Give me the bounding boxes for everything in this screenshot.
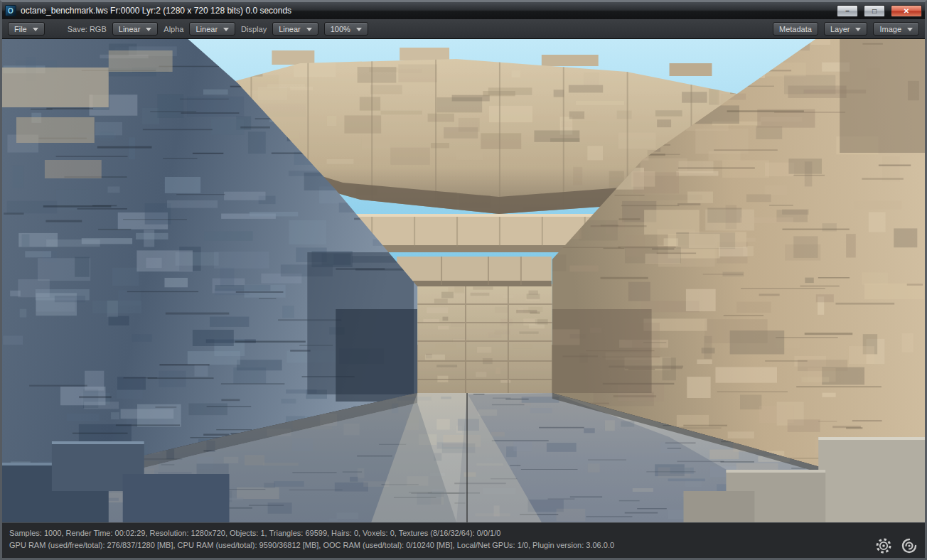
zoom-dropdown[interactable]: 100%: [324, 22, 368, 36]
zoom-value: 100%: [331, 25, 350, 33]
chevron-down-icon: [356, 28, 362, 34]
metadata-button[interactable]: Metadata: [773, 22, 818, 36]
octane-gear-icon: [875, 537, 892, 554]
chevron-down-icon: [146, 28, 151, 34]
image-dropdown[interactable]: Image: [873, 22, 919, 36]
close-button[interactable]: ✕: [891, 5, 922, 17]
layer-dropdown[interactable]: Layer: [824, 22, 868, 36]
alpha-colorspace-dropdown[interactable]: Linear: [189, 22, 235, 36]
statusbar: Samples: 1000, Render Time: 00:02:29, Re…: [2, 522, 925, 558]
status-line-2: GPU RAM (used/free/total): 276/837/1280 …: [9, 539, 918, 551]
window-title: octane_benchmark.lws Fr:0000 Lyr:2 (1280…: [21, 6, 291, 16]
status-logos: [875, 537, 918, 554]
chevron-down-icon: [855, 28, 861, 34]
render-window: O octane_benchmark.lws Fr:0000 Lyr:2 (12…: [0, 0, 927, 560]
chevron-down-icon: [33, 28, 38, 34]
chevron-down-icon: [223, 28, 229, 34]
save-colorspace-value: Linear: [119, 25, 141, 33]
image-dropdown-label: Image: [879, 25, 901, 33]
app-icon: O: [5, 5, 16, 16]
file-dropdown[interactable]: File: [8, 22, 45, 36]
layer-dropdown-label: Layer: [830, 25, 850, 33]
status-line-1: Samples: 1000, Render Time: 00:02:29, Re…: [9, 527, 918, 539]
render-image[interactable]: [2, 39, 925, 522]
alpha-label: Alpha: [164, 25, 183, 33]
chevron-down-icon: [907, 28, 913, 34]
maximize-button[interactable]: □: [864, 5, 885, 17]
save-colorspace-dropdown[interactable]: Linear: [112, 22, 159, 36]
display-label: Display: [241, 25, 267, 33]
octane-swirl-icon: [901, 537, 918, 554]
display-colorspace-dropdown[interactable]: Linear: [272, 22, 318, 36]
toolbar: File Save: RGB Linear Alpha Linear Displ…: [2, 19, 925, 39]
chevron-down-icon: [306, 28, 312, 34]
display-colorspace-value: Linear: [279, 25, 301, 33]
titlebar[interactable]: O octane_benchmark.lws Fr:0000 Lyr:2 (12…: [2, 2, 925, 19]
file-dropdown-label: File: [14, 25, 27, 33]
metadata-button-label: Metadata: [779, 25, 812, 33]
alpha-colorspace-value: Linear: [195, 25, 218, 33]
save-format-label: Save: RGB: [68, 25, 107, 33]
minimize-button[interactable]: –: [837, 5, 858, 17]
render-viewport[interactable]: [2, 39, 925, 522]
